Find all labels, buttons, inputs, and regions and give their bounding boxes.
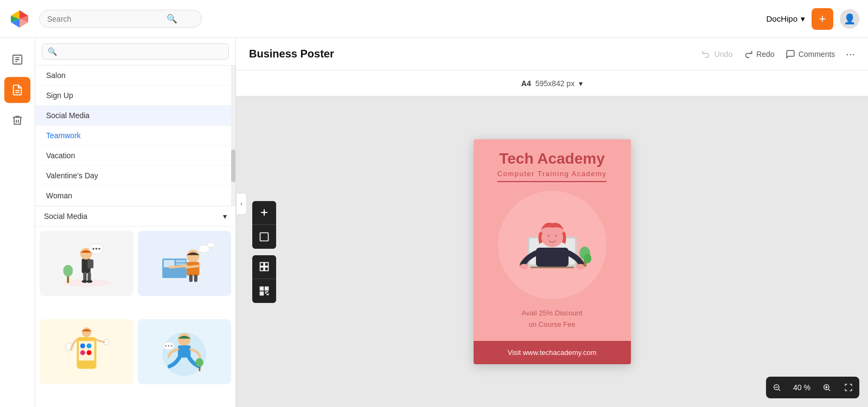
illustration-item-4[interactable] [138, 319, 232, 384]
svg-rect-53 [265, 267, 269, 271]
svg-line-83 [828, 389, 830, 391]
scrollbar-thumb[interactable] [231, 150, 235, 182]
poster-body: Tech Academy Computer Training Academy [474, 139, 631, 341]
canvas-body: Tech Academy Computer Training Academy [236, 96, 868, 407]
svg-rect-30 [79, 341, 94, 360]
svg-point-11 [92, 248, 94, 250]
svg-rect-7 [87, 260, 93, 268]
more-options-button[interactable]: ··· [846, 48, 855, 60]
canvas-title: Business Poster [249, 48, 334, 60]
svg-rect-59 [261, 293, 263, 294]
svg-point-39 [178, 333, 190, 345]
svg-point-34 [86, 350, 91, 355]
add-button[interactable]: + [812, 8, 833, 30]
svg-rect-15 [87, 272, 91, 281]
bottom-tool-group [252, 255, 276, 303]
svg-rect-49 [260, 232, 269, 241]
illustration-item-2[interactable] [138, 231, 232, 296]
undo-button[interactable]: Undo [701, 49, 732, 59]
svg-point-9 [63, 265, 73, 277]
header-right: DocHipo ▾ + 👤 [766, 8, 859, 30]
svg-point-35 [81, 327, 91, 337]
zoom-controls: 40 % [766, 377, 859, 398]
illustration-item-3[interactable] [40, 319, 133, 384]
svg-point-13 [98, 248, 100, 250]
panel-category-row[interactable]: Social Media ▾ [35, 206, 235, 227]
poster-subtitle: Computer Training Academy [497, 170, 607, 182]
svg-point-76 [584, 254, 591, 263]
svg-point-3 [62, 279, 111, 287]
zoom-value: 40 % [788, 383, 816, 392]
user-avatar[interactable]: 👤 [840, 9, 859, 29]
panel-search: 🔍 [35, 38, 235, 66]
svg-rect-52 [260, 267, 264, 271]
comments-button[interactable]: Comments [786, 49, 835, 59]
list-item-valentines[interactable]: Valentine's Day [35, 166, 235, 186]
panel-collapse-arrow[interactable]: ‹ [236, 193, 247, 215]
frame-button[interactable] [252, 225, 276, 249]
canvas-area: Business Poster Undo Redo Comments ··· [236, 38, 868, 407]
list-item-salon[interactable]: Salon [35, 66, 235, 86]
svg-rect-50 [260, 263, 264, 267]
icon-sidebar [0, 38, 35, 407]
search-icon: 🔍 [167, 14, 177, 24]
svg-point-17 [86, 280, 92, 283]
panel-search-icon: 🔍 [48, 47, 57, 56]
canvas-left-tools [252, 201, 276, 303]
size-chevron-icon[interactable]: ▾ [579, 79, 583, 88]
chevron-down-icon: ▾ [223, 212, 227, 221]
panel-category-label: Social Media [44, 212, 87, 221]
list-item-signup[interactable]: Sign Up [35, 86, 235, 106]
svg-point-32 [86, 343, 91, 348]
panel-search-input[interactable] [60, 48, 223, 56]
poster-title: Tech Academy [499, 150, 605, 167]
svg-point-33 [80, 350, 85, 355]
svg-point-72 [520, 264, 528, 269]
svg-rect-57 [261, 288, 263, 289]
list-item-vacation[interactable]: Vacation [35, 146, 235, 166]
redo-button[interactable]: Redo [743, 49, 774, 59]
panel-list: Salon Sign Up Social Media Teamwork Vaca… [35, 66, 235, 206]
poster-discount: Avail 25% Discount on Course Fee [522, 308, 583, 331]
dochipo-menu[interactable]: DocHipo ▾ [766, 14, 805, 24]
svg-point-44 [165, 345, 167, 346]
sidebar-item-documents[interactable] [4, 47, 30, 73]
qr-button[interactable] [252, 279, 276, 303]
illustration-item-1[interactable] [40, 231, 133, 296]
svg-point-12 [95, 248, 97, 250]
svg-line-79 [778, 389, 780, 391]
poster-footer: Visit www.techacademy.com [474, 341, 631, 364]
logo[interactable] [9, 8, 30, 30]
svg-point-73 [576, 264, 585, 269]
chevron-down-icon: ▾ [801, 14, 805, 24]
zoom-out-button[interactable] [766, 377, 788, 398]
add-element-button[interactable] [252, 201, 276, 225]
grid-button[interactable] [252, 255, 276, 279]
poster[interactable]: Tech Academy Computer Training Academy [474, 139, 631, 365]
svg-point-46 [171, 345, 173, 346]
list-item-teamwork[interactable]: Teamwork [35, 126, 235, 146]
svg-rect-58 [266, 288, 267, 289]
canvas-toolbar: Business Poster Undo Redo Comments ··· [236, 38, 868, 70]
svg-rect-20 [176, 260, 186, 263]
scrollbar-track [231, 66, 235, 206]
svg-rect-51 [265, 263, 269, 267]
sidebar-item-templates[interactable] [4, 77, 30, 103]
svg-point-26 [207, 242, 215, 247]
list-item-socialmedia[interactable]: Social Media [35, 106, 235, 126]
svg-point-31 [80, 343, 85, 348]
svg-point-45 [168, 345, 170, 346]
canvas-size-bar: A4 595x842 px ▾ [236, 70, 868, 96]
zoom-in-button[interactable] [816, 377, 838, 398]
svg-point-23 [187, 250, 199, 262]
panel: 🔍 Salon Sign Up Social Media Teamwork Va… [35, 38, 236, 407]
list-item-woman[interactable]: Woman [35, 186, 235, 206]
main-search-input[interactable] [47, 15, 167, 23]
svg-rect-21 [176, 263, 186, 265]
header: 🔍 DocHipo ▾ + 👤 [0, 0, 868, 38]
sidebar-item-trash[interactable] [4, 107, 30, 133]
poster-illustration [498, 191, 607, 299]
fullscreen-button[interactable] [838, 377, 859, 398]
svg-point-71 [555, 235, 557, 237]
main-search-bar[interactable]: 🔍 [39, 10, 202, 28]
